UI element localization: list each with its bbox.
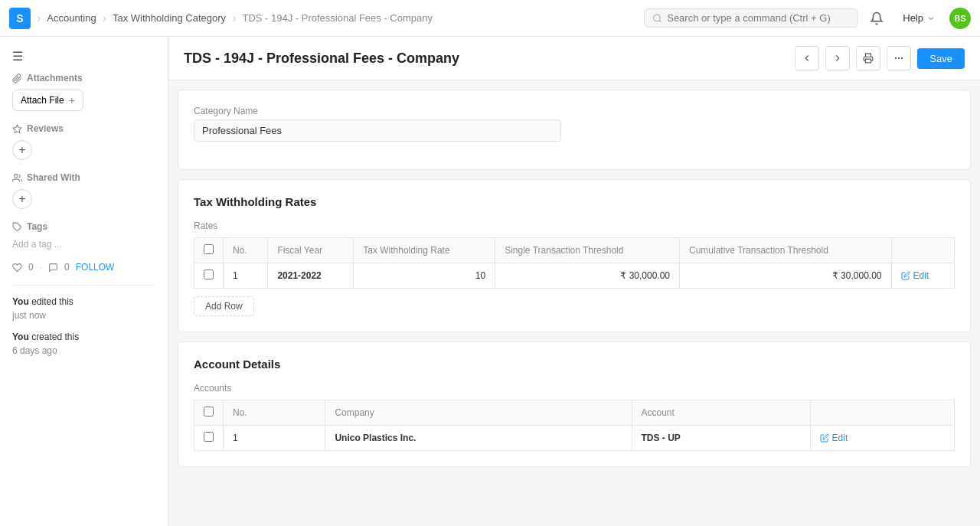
accounts-select-all-checkbox[interactable] xyxy=(204,407,214,417)
reviews-title: Reviews xyxy=(12,123,155,134)
accounts-card: Account Details Accounts No. Company Acc… xyxy=(178,341,971,467)
rates-select-all-cell xyxy=(194,238,224,263)
paperclip-icon xyxy=(12,74,22,83)
more-horizontal-icon xyxy=(893,53,904,64)
breadcrumb-accounting[interactable]: Accounting xyxy=(47,12,96,24)
rates-row-edit-link[interactable]: Edit xyxy=(901,270,946,281)
breadcrumb-tax-withholding[interactable]: Tax Withholding Category xyxy=(113,12,226,24)
next-button[interactable] xyxy=(825,46,850,70)
accounts-row-checkbox[interactable] xyxy=(204,432,214,442)
svg-point-3 xyxy=(15,174,18,177)
chevron-right-icon xyxy=(832,53,843,64)
follow-button[interactable]: FOLLOW xyxy=(76,262,115,273)
rates-row-edit-cell: Edit xyxy=(891,263,955,289)
svg-point-7 xyxy=(899,57,900,58)
rates-col-no: No. xyxy=(224,238,268,263)
comments-count: 0 xyxy=(64,262,70,273)
attachments-title: Attachments xyxy=(12,73,155,83)
print-button[interactable] xyxy=(856,46,880,70)
activity-time-2: 6 days ago xyxy=(12,345,57,356)
tags-title: Tags xyxy=(12,221,155,232)
rates-row-single-threshold: ₹ 30,000.00 xyxy=(495,263,680,289)
page-layout: ☰ Attachments Attach File + Reviews + xyxy=(0,37,980,526)
accounts-table-label: Accounts xyxy=(194,383,955,394)
user-avatar[interactable]: BS xyxy=(949,8,971,29)
rates-table-section: Rates No. Fiscal Year Tax Withholding Ra… xyxy=(194,221,955,316)
more-button[interactable] xyxy=(887,46,911,70)
add-tag-input[interactable]: Add a tag ... xyxy=(12,239,62,250)
search-icon xyxy=(652,13,662,24)
rates-table-body: 1 2021-2022 10 ₹ 30,000.00 ₹ 30,000.00 E… xyxy=(194,263,955,289)
svg-marker-2 xyxy=(13,125,21,132)
svg-point-6 xyxy=(896,57,897,58)
table-row: 1 Unico Plastics Inc. TDS - UP Edit xyxy=(194,426,955,451)
rates-card: Tax Withholding Rates Rates No. Fiscal Y… xyxy=(178,179,971,332)
page-title: TDS - 194J - Professional Fees - Company xyxy=(184,51,786,67)
rates-col-fiscal-year: Fiscal Year xyxy=(268,238,354,263)
table-row: 1 2021-2022 10 ₹ 30,000.00 ₹ 30,000.00 E… xyxy=(194,263,955,289)
accounts-table-section: Accounts No. Company Account xyxy=(194,383,955,451)
activity-action-1: edited this xyxy=(31,296,74,307)
add-shared-button[interactable]: + xyxy=(12,189,32,209)
accounts-row-checkbox-cell xyxy=(194,426,224,451)
search-bar[interactable] xyxy=(644,8,858,28)
rates-table-label: Rates xyxy=(194,221,955,231)
activity-section: You edited this just now You created thi… xyxy=(12,285,155,358)
rates-col-single-threshold: Single Transaction Threshold xyxy=(495,238,680,263)
category-name-group: Category Name xyxy=(194,106,955,142)
accounts-row-edit-link[interactable]: Edit xyxy=(820,433,945,443)
chevron-left-icon xyxy=(802,53,812,64)
accounts-select-all-cell xyxy=(194,400,224,426)
svg-point-8 xyxy=(902,57,903,58)
accounts-row-company: Unico Plastics Inc. xyxy=(325,426,632,451)
rates-col-rate: Tax Withholding Rate xyxy=(354,238,495,263)
tags-section: Tags Add a tag ... xyxy=(12,221,155,250)
rates-table: No. Fiscal Year Tax Withholding Rate Sin… xyxy=(194,237,955,289)
tag-icon xyxy=(12,222,22,232)
activity-item-1: You edited this just now xyxy=(12,295,155,322)
svg-line-1 xyxy=(659,20,661,21)
svg-rect-5 xyxy=(866,59,871,63)
menu-icon[interactable]: ☰ xyxy=(12,49,23,64)
reviews-section: Reviews + xyxy=(12,123,155,160)
bell-icon xyxy=(870,11,884,25)
rates-row-no: 1 xyxy=(224,263,268,289)
rates-row-checkbox[interactable] xyxy=(204,270,214,279)
chevron-down-icon xyxy=(926,14,936,23)
breadcrumb-current: TDS - 194J - Professional Fees - Company xyxy=(242,12,433,24)
app-logo[interactable]: S xyxy=(9,8,31,29)
shared-with-title: Shared With xyxy=(12,172,155,183)
rates-row-checkbox-cell xyxy=(194,263,224,289)
help-menu[interactable]: Help xyxy=(895,9,943,27)
category-name-label: Category Name xyxy=(194,106,955,116)
accounts-col-no: No. xyxy=(224,400,325,426)
category-name-input[interactable] xyxy=(194,119,561,142)
sidebar: ☰ Attachments Attach File + Reviews + xyxy=(0,37,168,526)
main-content: TDS - 194J - Professional Fees - Company… xyxy=(168,37,980,526)
printer-icon xyxy=(863,53,874,64)
shared-with-section: Shared With + xyxy=(12,172,155,209)
breadcrumb-sep-1: › xyxy=(37,11,41,25)
add-review-button[interactable]: + xyxy=(12,140,32,160)
activity-item-2: You created this 6 days ago xyxy=(12,330,155,358)
rates-add-row-button[interactable]: Add Row xyxy=(194,296,254,316)
help-label: Help xyxy=(903,12,923,24)
accounts-row-edit-cell: Edit xyxy=(810,426,954,451)
breadcrumb-sep-2: › xyxy=(103,11,106,25)
page-header: TDS - 194J - Professional Fees - Company… xyxy=(168,37,980,80)
accounts-table-head: No. Company Account xyxy=(194,400,955,426)
attach-file-button[interactable]: Attach File + xyxy=(12,90,83,111)
accounts-row-account: TDS - UP xyxy=(632,426,810,451)
rates-section-title: Tax Withholding Rates xyxy=(194,195,955,208)
accounts-table-body: 1 Unico Plastics Inc. TDS - UP Edit xyxy=(194,426,955,451)
accounts-row-no: 1 xyxy=(224,426,325,451)
rates-header-row: No. Fiscal Year Tax Withholding Rate Sin… xyxy=(194,238,955,263)
search-input[interactable] xyxy=(667,12,850,24)
save-button[interactable]: Save xyxy=(917,48,965,69)
accounts-section-title: Account Details xyxy=(194,358,955,371)
sidebar-stats: 0 · 0 FOLLOW xyxy=(12,262,155,273)
notification-bell[interactable] xyxy=(864,6,889,31)
prev-button[interactable] xyxy=(795,46,819,70)
rates-select-all-checkbox[interactable] xyxy=(204,244,214,254)
comment-icon xyxy=(48,263,58,273)
